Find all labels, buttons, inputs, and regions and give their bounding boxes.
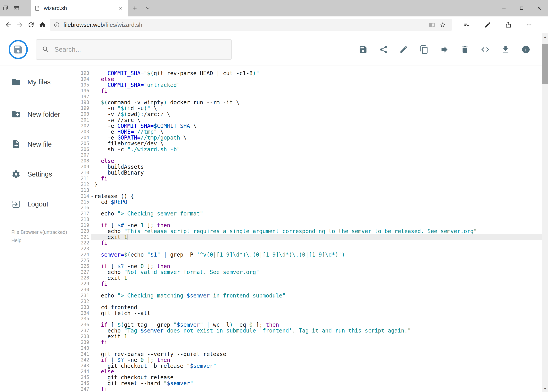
maximize-button[interactable] [513, 0, 530, 16]
code-line[interactable]: 193 COMMIT_SHA="$(git rev-parse HEAD | c… [78, 70, 542, 76]
info-button[interactable] [519, 42, 533, 57]
code-line[interactable]: 199 -u "$(id -u)" \ [78, 105, 542, 111]
scroll-up-arrow[interactable]: ▲ [542, 33, 548, 40]
tab-preview-button[interactable] [11, 0, 22, 16]
code-line[interactable]: 232 [78, 299, 542, 305]
code-line[interactable]: 229 fi [78, 281, 542, 287]
code-line[interactable]: 197 [78, 94, 542, 100]
code-editor[interactable]: 193 COMMIT_SHA="$(git rev-parse HEAD | c… [78, 66, 542, 392]
code-line[interactable]: 195 COMMIT_SHA="untracked" [78, 82, 542, 88]
download-button[interactable] [498, 42, 513, 57]
code-line[interactable]: 228 exit 1 [78, 275, 542, 281]
code-line[interactable]: 244 else [78, 369, 542, 375]
fold-marker-icon[interactable]: ▾ [91, 194, 95, 199]
code-line[interactable]: 210 buildBinary [78, 170, 542, 176]
code-line[interactable]: 234 git fetch --all [78, 310, 542, 316]
code-line[interactable]: 233 cd frontend [78, 305, 542, 310]
search-box[interactable] [36, 39, 232, 60]
more-options-button[interactable] [519, 19, 539, 31]
code-line[interactable]: 227 echo "Not valid semver format. See s… [78, 269, 542, 275]
forward-button[interactable] [14, 19, 25, 31]
code-line[interactable]: 220 echo "This release script requires a… [78, 228, 542, 234]
move-button[interactable] [437, 42, 452, 57]
code-line[interactable]: 214▾release () { [78, 193, 542, 199]
code-line[interactable]: 213 [78, 188, 542, 193]
rename-button[interactable] [396, 42, 411, 57]
favorite-button[interactable] [437, 19, 448, 30]
code-line[interactable]: 242 if [ $? -ne 0 ]; then [78, 357, 542, 363]
minimize-button[interactable] [495, 0, 513, 16]
code-line[interactable]: 215 cd $REPO [78, 199, 542, 205]
code-line[interactable]: 211 fi [78, 176, 542, 182]
raw-editor-button[interactable] [478, 42, 493, 57]
code-line[interactable]: 246 git reset --hard "$semver" [78, 380, 542, 386]
code-line[interactable]: 239 fi [78, 340, 542, 345]
code-line[interactable]: 200 -v /$(pwd):/src:z \ [78, 111, 542, 117]
code-line[interactable]: 225 [78, 258, 542, 264]
web-note-button[interactable] [477, 19, 498, 31]
code-line[interactable]: 226 if [ $? -ne 0 ]; then [78, 263, 542, 269]
save-button[interactable] [356, 42, 370, 57]
code-line[interactable]: 194 else [78, 76, 542, 82]
new-tab-button[interactable] [128, 0, 141, 16]
help-link[interactable]: Help [11, 236, 78, 245]
code-line[interactable]: 205 filebrowser/dev \ [78, 141, 542, 147]
url-text[interactable]: filebrowser.web/files/wizard.sh [63, 21, 426, 28]
sidebar-item-new-file[interactable]: New file [0, 133, 78, 155]
code-line[interactable]: 206 sh -c "./wizard.sh -b" [78, 147, 542, 153]
code-line[interactable]: 245 git checkout release [78, 375, 542, 380]
share-file-button[interactable] [376, 42, 391, 57]
page-scrollbar[interactable]: ▲ ▼ [542, 33, 548, 392]
sidebar-item-settings[interactable]: Settings [0, 163, 78, 185]
refresh-button[interactable] [25, 19, 37, 31]
browser-tab[interactable]: wizard.sh [31, 0, 128, 16]
code-line[interactable]: 212} [78, 182, 542, 188]
code-line[interactable]: 247 fi [78, 386, 542, 392]
tab-preview-chevron-button[interactable] [141, 0, 154, 16]
code-line[interactable]: 230 [78, 287, 542, 293]
sidebar-item-logout[interactable]: Logout [0, 193, 78, 215]
code-line[interactable]: 236 if [ $(git tag | grep "$semver" | wc… [78, 322, 542, 328]
filebrowser-logo[interactable] [9, 40, 28, 59]
code-line[interactable]: 223 [78, 246, 542, 252]
reading-view-button[interactable] [426, 19, 437, 30]
code-line[interactable]: 243 git checkout -b release "$semver" [78, 363, 542, 369]
site-info-icon[interactable] [54, 22, 60, 28]
code-line[interactable]: 203 -e HOME="//tmp" \ [78, 129, 542, 135]
code-line[interactable]: 224 semver=$(echo "$1" | grep -P '^v(0|[… [78, 252, 542, 258]
code-line[interactable]: 238 exit 1 [78, 334, 542, 340]
code-line[interactable]: 217 echo "> Checking semver format" [78, 211, 542, 217]
favorites-hub-button[interactable] [457, 19, 477, 31]
home-button[interactable] [37, 19, 48, 31]
close-window-button[interactable] [530, 0, 548, 16]
code-line[interactable]: 218 [78, 217, 542, 223]
copy-button[interactable] [417, 42, 431, 57]
address-bar[interactable]: filebrowser.web/files/wizard.sh [50, 19, 452, 31]
code-line[interactable]: 240 [78, 345, 542, 351]
sidebar-item-my-files[interactable]: My files [0, 71, 78, 93]
delete-button[interactable] [458, 42, 472, 57]
code-line[interactable]: 202 -e COMMIT_SHA=$COMMIT_SHA \ [78, 123, 542, 129]
code-line[interactable]: 235 [78, 316, 542, 322]
code-line[interactable]: 204 -e GOPATH=//tmp/gopath \ [78, 135, 542, 141]
sidebar-item-new-folder[interactable]: New folder [0, 103, 78, 125]
tabs-set-aside-button[interactable] [0, 0, 11, 16]
code-line[interactable]: 207 [78, 152, 542, 158]
scroll-down-arrow[interactable]: ▼ [542, 385, 548, 392]
code-line[interactable]: 222 fi [78, 240, 542, 246]
scrollbar-thumb[interactable] [542, 44, 548, 84]
back-button[interactable] [3, 19, 14, 31]
code-line[interactable]: 241 git rev-parse --verify --quiet relea… [78, 351, 542, 357]
code-line[interactable]: 221 exit 1 [78, 234, 542, 240]
code-line[interactable]: 231 echo "> Checking matching $semver in… [78, 293, 542, 299]
code-line[interactable]: 196 fi [78, 88, 542, 94]
code-line[interactable]: 237 echo "Tag $semver does not exist in … [78, 328, 542, 334]
code-line[interactable]: 198 $(command -v winpty) docker run --rm… [78, 100, 542, 105]
share-button[interactable] [498, 19, 519, 31]
code-line[interactable]: 201 -w //src \ [78, 117, 542, 123]
tab-close-button[interactable] [116, 4, 125, 13]
code-line[interactable]: 209 buildAssets [78, 164, 542, 170]
code-line[interactable]: 208 else [78, 158, 542, 164]
code-line[interactable]: 216 [78, 205, 542, 211]
code-line[interactable]: 219 if [ $# -ne 1 ]; then [78, 223, 542, 228]
